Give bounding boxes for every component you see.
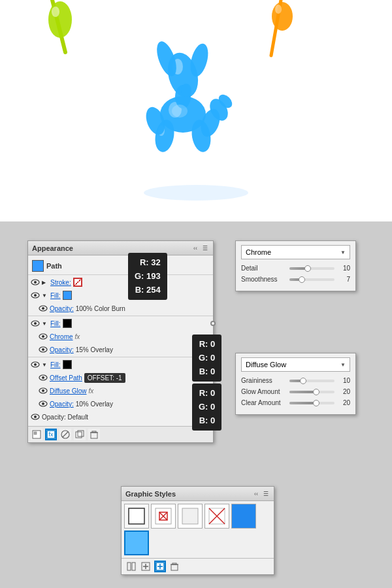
diffuse-glow-row: Diffuse Glow fx [28,384,213,397]
opacity-value-2: 15% Overlay [76,346,113,353]
gs-item-2[interactable] [151,504,176,529]
opacity-label-1[interactable]: Opacity: [50,305,74,312]
add-new-fill-btn[interactable] [31,429,42,440]
svg-line-52 [63,432,68,437]
graphic-styles-grid [122,501,274,559]
gs-item-5[interactable] [231,504,256,529]
fill-swatch-1[interactable] [63,291,72,300]
eye-icon-8[interactable] [39,374,48,381]
fill-swatch-3[interactable] [63,360,72,369]
graphic-styles-toolbar [122,559,274,574]
glow-amount-slider[interactable] [289,391,335,393]
connector-dot-1 [210,321,216,326]
svg-rect-67 [127,563,131,570]
gs-item-3[interactable] [178,504,203,529]
diffuse-glow-dropdown[interactable]: Diffuse Glow ▼ [241,357,350,372]
chrome-label[interactable]: Chrome [50,333,73,340]
chrome-filter-content: Chrome ▼ Detail 10 Smoothness 7 [236,241,355,291]
fill-label-3[interactable]: Fill: [50,361,61,368]
gs-item-4[interactable] [204,504,229,529]
svg-point-24 [144,185,248,201]
svg-rect-68 [132,563,135,570]
eye-icon-4[interactable] [31,320,40,327]
eye-icon-10[interactable] [39,400,48,407]
gs-item-1[interactable] [124,504,149,529]
svg-point-26 [34,281,37,284]
fill-row-2: ▼ Fill: [28,317,213,330]
eye-icon-9[interactable] [39,387,48,394]
graininess-label: Graininess [241,377,287,384]
svg-rect-77 [172,563,176,564]
chrome-dropdown-label: Chrome [246,248,271,256]
gs-menu-btn[interactable]: ☰ [262,491,270,497]
detail-slider[interactable] [289,267,335,270]
delete-item-btn[interactable] [88,429,100,440]
eye-icon-11[interactable] [31,414,40,420]
appearance-panel: Appearance ‹‹ ☰ Path ▶ Stroke: [27,240,214,443]
svg-point-40 [42,376,44,379]
fill-row-3: ▼ Fill: [28,358,213,371]
panel-menu-btn[interactable]: ☰ [201,245,209,252]
opacity-value-3: 10% Overlay [76,400,113,408]
gs-collapse-btn[interactable]: ‹‹ [253,491,259,497]
rgb3-g: G: 0 [199,402,215,412]
eye-icon-5[interactable] [39,333,48,340]
diffuse-glow-filter-content: Diffuse Glow ▼ Graininess 10 Glow Amount [236,353,355,414]
opacity-row-2: Opacity: 15% Overlay [28,343,213,356]
appearance-panel-content: Path ▶ Stroke: ▼ Fill: [28,255,213,426]
chrome-dropdown[interactable]: Chrome ▼ [241,245,350,259]
chrome-filter-panel: Chrome ▼ Detail 10 Smoothness 7 [235,240,356,291]
canvas-area [0,0,392,222]
fill-swatch-2[interactable] [63,319,72,328]
gs-new-style-btn[interactable] [140,561,152,572]
opacity-value-1: 100% Color Burn [76,305,125,312]
diffuse-glow-label[interactable]: Diffuse Glow [50,387,87,395]
duplicate-item-btn[interactable] [74,429,86,440]
detail-value: 10 [337,265,350,272]
fill-label-2[interactable]: Fill: [50,320,61,327]
clear-amount-slider[interactable] [289,402,335,404]
add-effect-btn[interactable]: fx [45,429,57,440]
graininess-slider[interactable] [289,380,335,382]
offset-path-label[interactable]: Offset Path [50,374,82,382]
panel-collapse-btn[interactable]: ‹‹ [192,245,199,252]
ui-area: Appearance ‹‹ ☰ Path ▶ Stroke: [0,222,392,588]
appearance-panel-toolbar: fx [28,426,213,442]
svg-point-32 [34,322,37,325]
offset-badge: OFFSET: -1 [84,373,125,383]
detail-label: Detail [241,265,287,272]
rgb2-g: G: 0 [199,353,215,363]
clear-amount-slider-row: Clear Amount 20 [241,399,350,406]
graphic-styles-panel: Graphic Styles ‹‹ ☰ [121,486,274,575]
glow-amount-slider-row: Glow Amount 20 [241,388,350,395]
stroke-label[interactable]: Stroke: [50,279,71,286]
gs-libraries-btn[interactable] [125,561,137,572]
clear-amount-label: Clear Amount [241,399,287,406]
eye-icon-6[interactable] [39,346,48,353]
path-color-swatch[interactable] [32,260,44,272]
diffuse-glow-dropdown-label: Diffuse Glow [246,361,286,368]
opacity-default-row: Opacity: Default [28,410,213,423]
clear-appearance-btn[interactable] [59,429,71,440]
gs-new-style-active-btn[interactable] [154,561,166,572]
eye-icon-1[interactable] [31,279,40,286]
rgb3-r: R: 0 [199,388,216,398]
graphic-styles-title: Graphic Styles [125,490,176,498]
glow-amount-label: Glow Amount [241,388,287,395]
eye-icon-3[interactable] [39,305,48,312]
svg-point-4 [52,7,59,17]
opacity-label-2[interactable]: Opacity: [50,346,74,353]
smoothness-slider[interactable] [289,278,335,281]
eye-icon-7[interactable] [31,361,40,368]
clear-amount-value: 20 [337,399,350,406]
opacity-default-label: Opacity: Default [42,414,88,421]
eye-icon-2[interactable] [31,292,40,299]
opacity-row-1: Opacity: 100% Color Burn [28,302,213,315]
gs-delete-btn[interactable] [169,561,180,572]
fill-label-1[interactable]: Fill: [50,292,61,299]
svg-point-28 [34,294,37,297]
stroke-swatch[interactable] [73,278,82,287]
stroke-row: ▶ Stroke: [28,276,213,289]
opacity-label-3[interactable]: Opacity: [50,400,74,408]
gs-item-6[interactable] [124,531,149,555]
